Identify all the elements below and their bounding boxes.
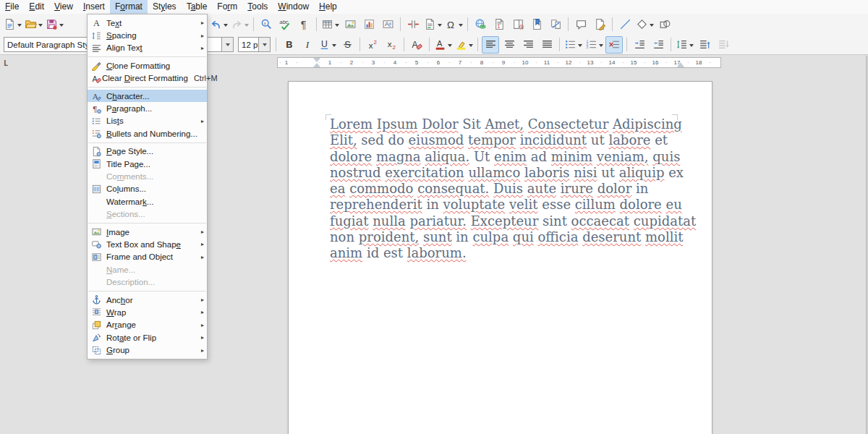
subscript-button[interactable]: x2 (383, 36, 400, 54)
spelling-button[interactable]: abc (276, 16, 294, 33)
decrease-paragraph-spacing-button[interactable] (715, 36, 732, 54)
dropdown-arrow-icon[interactable] (17, 24, 22, 29)
menubar-item-view[interactable]: View (49, 0, 78, 14)
indent-marker-right[interactable] (677, 62, 684, 67)
clear-direct-formatting-button[interactable]: A (408, 36, 425, 54)
formatting-marks-button[interactable]: ¶ (295, 16, 312, 33)
strikethrough-button[interactable]: S (339, 36, 356, 54)
new-document-button[interactable] (3, 16, 22, 33)
justify-button[interactable] (538, 36, 556, 54)
font-size-combo[interactable]: 12 pt (238, 37, 271, 52)
menubar-item-help[interactable]: Help (314, 0, 342, 14)
indent-marker-left[interactable] (313, 63, 320, 67)
italic-button[interactable]: I (299, 36, 316, 54)
menu-item-paragraph[interactable]: ¶Paragraph... (88, 102, 207, 114)
unordered-list-button[interactable] (563, 36, 583, 54)
save-button[interactable] (45, 16, 64, 33)
dropdown-arrow-icon[interactable] (448, 44, 452, 49)
insert-footnote-button[interactable]: 1 (490, 16, 508, 33)
highlighting-color-button[interactable] (454, 36, 474, 54)
increase-indent-button[interactable] (631, 36, 648, 54)
insert-field-button[interactable] (423, 16, 443, 33)
underline-button[interactable]: U (318, 36, 337, 54)
align-right-button[interactable] (519, 36, 537, 54)
insert-line-button[interactable] (616, 16, 634, 33)
align-center-button[interactable] (501, 36, 518, 54)
menu-item-comments[interactable]: Comments... (88, 170, 207, 182)
menu-item-align-text[interactable]: Align Text▸ (88, 42, 207, 54)
open-file-button[interactable] (24, 16, 43, 33)
menubar-item-format[interactable]: Format (110, 0, 148, 14)
insert-table-button[interactable] (320, 16, 340, 33)
dropdown-arrow-icon[interactable] (332, 44, 336, 49)
dropdown-arrow-icon[interactable] (59, 24, 64, 29)
menu-item-clear-direct-formatting[interactable]: AClear Direct FormattingCtrl+M (88, 72, 207, 85)
menu-item-clone-formatting[interactable]: Clone Formatting (88, 59, 207, 72)
menu-item-text-box-and-shape[interactable]: Text Box and Shape▸ (88, 238, 207, 250)
no-list-button[interactable] (605, 36, 623, 54)
align-left-button[interactable] (482, 36, 499, 54)
dropdown-arrow-icon[interactable] (599, 44, 603, 49)
track-changes-button[interactable] (591, 16, 608, 33)
ordered-list-button[interactable]: 123 (584, 36, 604, 54)
menu-item-group[interactable]: Group▸ (88, 344, 207, 356)
menu-item-wrap[interactable]: Wrap▸ (88, 306, 207, 318)
dropdown-arrow-icon[interactable] (38, 24, 43, 29)
menu-item-spacing[interactable]: Spacing▸ (88, 29, 207, 41)
menubar-item-window[interactable]: Window (273, 0, 314, 14)
menu-item-character[interactable]: ACharacter... (88, 90, 207, 102)
tab-stop-selector[interactable]: L (4, 59, 8, 67)
decrease-indent-button[interactable] (650, 36, 667, 54)
basic-shapes-button[interactable] (635, 16, 655, 33)
menu-item-title-page[interactable]: Title Page... (88, 158, 207, 170)
menu-item-bullets-and-numbering[interactable]: Bullets and Numbering... (88, 127, 207, 140)
menu-item-page-style[interactable]: Page Style... (88, 145, 207, 158)
increase-paragraph-spacing-button[interactable] (696, 36, 713, 54)
insert-chart-button[interactable] (360, 16, 378, 33)
menubar-item-form[interactable]: Form (212, 0, 242, 14)
dropdown-arrow-icon[interactable] (224, 24, 228, 29)
insert-special-character-button[interactable]: Ω (444, 16, 464, 33)
insert-image-button[interactable] (341, 16, 359, 33)
menubar-item-styles[interactable]: Styles (148, 0, 182, 14)
menu-item-sections[interactable]: Sections... (88, 208, 207, 220)
indent-marker-first-line[interactable] (313, 58, 320, 62)
document-page[interactable]: Lorem Ipsum Dolor Sit Amet, Consectetur … (288, 81, 712, 434)
menu-item-rotate-or-flip[interactable]: Rotate or Flip▸ (88, 331, 207, 344)
insert-cross-reference-button[interactable] (547, 16, 564, 33)
menu-item-description[interactable]: Description... (88, 276, 207, 288)
menu-item-arrange[interactable]: Arrange▸ (88, 319, 207, 331)
menu-item-text[interactable]: AText▸ (88, 17, 207, 29)
chevron-down-icon[interactable] (221, 38, 233, 51)
chevron-down-icon[interactable] (258, 38, 270, 51)
insert-text-box-button[interactable]: A (379, 16, 396, 33)
redo-button[interactable] (230, 16, 250, 33)
menubar-item-file[interactable]: File (0, 0, 24, 14)
horizontal-ruler[interactable]: ·1··1·2·3·4·5·6·7·8·9·10·11·12·13·14·15·… (277, 57, 721, 68)
menubar-item-edit[interactable]: Edit (24, 0, 49, 14)
menubar-item-insert[interactable]: Insert (78, 0, 110, 14)
menu-item-columns[interactable]: Columns... (88, 183, 207, 195)
dropdown-arrow-icon[interactable] (335, 24, 339, 29)
line-spacing-button[interactable] (675, 36, 694, 54)
insert-endnote-button[interactable]: (i) (509, 16, 527, 33)
insert-page-break-button[interactable] (404, 16, 422, 33)
menu-item-frame-and-object[interactable]: Frame and Object▸ (88, 251, 207, 263)
menu-item-watermark[interactable]: Watermark... (88, 195, 207, 208)
insert-bookmark-button[interactable] (528, 16, 545, 33)
dropdown-arrow-icon[interactable] (650, 24, 654, 29)
menubar-item-tools[interactable]: Tools (242, 0, 273, 14)
menu-item-lists[interactable]: Lists▸ (88, 115, 207, 127)
bold-button[interactable]: B (280, 36, 297, 54)
dropdown-arrow-icon[interactable] (459, 24, 463, 29)
find-and-replace-button[interactable]: a (258, 16, 275, 33)
dropdown-arrow-icon[interactable] (438, 24, 442, 29)
dropdown-arrow-icon[interactable] (469, 44, 473, 49)
document-text[interactable]: Lorem Ipsum Dolor Sit Amet, Consectetur … (330, 116, 696, 262)
menu-item-name[interactable]: Name... (88, 263, 207, 276)
show-draw-functions-button[interactable] (656, 16, 673, 33)
menu-item-anchor[interactable]: Anchor▸ (88, 294, 207, 306)
font-color-button[interactable]: A (433, 36, 453, 54)
insert-hyperlink-button[interactable] (472, 16, 489, 33)
insert-comment-button[interactable] (572, 16, 590, 33)
